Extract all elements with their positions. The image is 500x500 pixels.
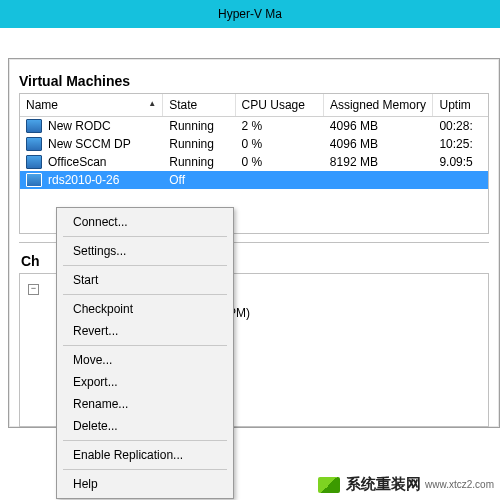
col-header-memory[interactable]: Assigned Memory (324, 94, 434, 116)
cell-name: OfficeScan (20, 154, 163, 170)
cell-state: Running (163, 118, 235, 134)
col-header-state[interactable]: State (163, 94, 235, 116)
watermark-sub: www.xtcz2.com (425, 479, 494, 490)
window-titlebar: Hyper-V Ma (0, 0, 500, 28)
col-header-uptime[interactable]: Uptim (433, 94, 488, 116)
cell-name: rds2010-0-26 (20, 172, 163, 188)
cell-memory: 8192 MB (324, 154, 434, 170)
menu-item-rename[interactable]: Rename... (59, 393, 231, 415)
cell-state: Running (163, 154, 235, 170)
menu-item-settings[interactable]: Settings... (59, 240, 231, 262)
tree-collapse-icon[interactable]: − (28, 284, 39, 295)
cell-cpu (236, 179, 324, 181)
menu-separator (63, 294, 227, 295)
context-menu: Connect... Settings... Start Checkpoint … (56, 207, 234, 499)
menu-item-delete[interactable]: Delete... (59, 415, 231, 437)
cell-memory (324, 179, 434, 181)
menu-item-checkpoint[interactable]: Checkpoint (59, 298, 231, 320)
cell-cpu: 2 % (236, 118, 324, 134)
cell-uptime (433, 179, 488, 181)
table-header-row: Name▲ State CPU Usage Assigned Memory Up… (20, 94, 488, 117)
cell-uptime: 10:25: (433, 136, 488, 152)
vm-icon (26, 137, 42, 151)
table-row[interactable]: New SCCM DP Running 0 % 4096 MB 10:25: (20, 135, 488, 153)
cell-name: New RODC (20, 118, 163, 134)
menu-item-start[interactable]: Start (59, 269, 231, 291)
virtual-machines-heading: Virtual Machines (19, 73, 489, 89)
menu-item-revert[interactable]: Revert... (59, 320, 231, 342)
cell-memory: 4096 MB (324, 136, 434, 152)
menu-separator (63, 440, 227, 441)
cell-cpu: 0 % (236, 136, 324, 152)
col-header-name-label: Name (26, 98, 58, 112)
vm-icon (26, 173, 42, 187)
table-row[interactable]: OfficeScan Running 0 % 8192 MB 9.09:5 (20, 153, 488, 171)
col-header-name[interactable]: Name▲ (20, 94, 163, 116)
vm-name-label: New SCCM DP (48, 137, 131, 151)
menu-item-move[interactable]: Move... (59, 349, 231, 371)
table-row-selected[interactable]: rds2010-0-26 Off (20, 171, 488, 189)
menu-separator (63, 236, 227, 237)
menu-item-export[interactable]: Export... (59, 371, 231, 393)
menu-separator (63, 345, 227, 346)
cell-name: New SCCM DP (20, 136, 163, 152)
sort-asc-icon: ▲ (148, 99, 156, 108)
menu-separator (63, 265, 227, 266)
watermark-main: 系统重装网 (346, 475, 421, 494)
cell-memory: 4096 MB (324, 118, 434, 134)
watermark: 系统重装网 www.xtcz2.com (318, 475, 494, 494)
window-title: Hyper-V Ma (218, 7, 282, 21)
vm-icon (26, 119, 42, 133)
menu-separator (63, 469, 227, 470)
menu-item-enable-replication[interactable]: Enable Replication... (59, 444, 231, 466)
col-header-cpu[interactable]: CPU Usage (236, 94, 324, 116)
menu-item-help[interactable]: Help (59, 473, 231, 495)
vm-name-label: rds2010-0-26 (48, 173, 119, 187)
vm-name-label: OfficeScan (48, 155, 106, 169)
cell-state: Off (163, 172, 235, 188)
cell-uptime: 00:28: (433, 118, 488, 134)
vm-icon (26, 155, 42, 169)
cell-cpu: 0 % (236, 154, 324, 170)
cell-uptime: 9.09:5 (433, 154, 488, 170)
vm-name-label: New RODC (48, 119, 111, 133)
cell-state: Running (163, 136, 235, 152)
menu-item-connect[interactable]: Connect... (59, 211, 231, 233)
watermark-logo-icon (318, 477, 340, 493)
table-row[interactable]: New RODC Running 2 % 4096 MB 00:28: (20, 117, 488, 135)
